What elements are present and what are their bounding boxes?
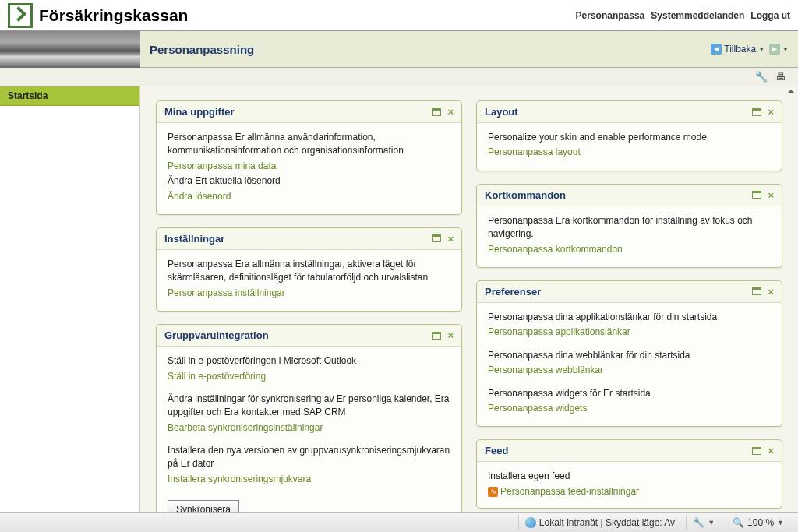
page-title: Personanpassning	[150, 43, 254, 56]
link-bearbeta-synk[interactable]: Bearbeta synkroniseringsinställningar	[168, 421, 450, 435]
status-tools[interactable]: 🔧 ▼	[686, 515, 721, 530]
close-icon[interactable]: ×	[768, 190, 774, 200]
forward-button[interactable]: ► ▼	[769, 44, 789, 55]
header-strip: Personanpassning ◄ Tillbaka ▼ ► ▼	[0, 31, 798, 68]
panel-title: Mina uppgifter	[164, 106, 235, 118]
panel-layout: Layout × Personalize your skin and enabl…	[476, 100, 782, 171]
column-left: Mina uppgifter × Personanpassa Er allmän…	[156, 100, 462, 504]
panel-desc: Personalize your skin and enable perform…	[488, 131, 771, 144]
globe-icon	[525, 517, 536, 528]
panel-desc: Personanpassa Era allmänna inställningar…	[168, 258, 450, 285]
close-icon[interactable]: ×	[768, 446, 774, 456]
arrow-left-icon: ◄	[711, 44, 722, 55]
main-area: Startsida Mina uppgifter × Personanpassa…	[0, 86, 798, 512]
site-logo[interactable]: Försäkringskassan	[8, 3, 188, 28]
minimize-icon[interactable]	[752, 447, 761, 455]
link-personanpassa-feed[interactable]: Personanpassa feed-inställningar	[500, 486, 639, 497]
topbar: Försäkringskassan Personanpassa Systemme…	[0, 0, 798, 31]
minimize-icon[interactable]	[432, 108, 441, 116]
minimize-icon[interactable]	[752, 191, 761, 199]
status-zoom[interactable]: 🔍 100 % ▼	[726, 515, 790, 530]
chevron-down-icon: ▼	[777, 519, 784, 527]
site-name: Försäkringskassan	[39, 6, 188, 25]
close-icon[interactable]: ×	[447, 107, 454, 117]
panel-desc: Personanpassa Er allmänna användarinform…	[168, 131, 450, 158]
chevron-down-icon: ▼	[708, 519, 715, 527]
print-icon[interactable]: 🖶	[775, 71, 786, 83]
toplink-system-messages[interactable]: Systemmeddelanden	[651, 10, 744, 21]
panel-preferenser: Preferenser × Personanpassa dina applika…	[476, 280, 782, 427]
panel-installningar: Inställningar × Personanpassa Era allmän…	[156, 227, 462, 312]
panel-desc: Personanpassa widgets för Er startsida	[488, 387, 771, 400]
panel-desc: Personanpassa dina applikationslänkar fö…	[488, 311, 771, 324]
panel-title: Feed	[485, 445, 508, 456]
back-label: Tillbaka	[724, 44, 756, 55]
link-personanpassa-widgets[interactable]: Personanpassa widgets	[488, 402, 771, 415]
status-zone-text: Lokalt intranät | Skyddat läge: Av	[539, 517, 675, 528]
wrench-icon: 🔧	[693, 517, 704, 528]
link-personanpassa-mina-data[interactable]: Personanpassa mina data	[168, 160, 450, 173]
top-links: Personanpassa Systemmeddelanden Logga ut	[576, 10, 790, 21]
content-area: Mina uppgifter × Personanpassa Er allmän…	[140, 86, 798, 512]
close-icon[interactable]: ×	[447, 234, 454, 244]
panel-desc: Installera den nya versionen av gruppvar…	[168, 444, 450, 471]
panel-title: Layout	[485, 106, 518, 118]
panel-title: Gruppvaruintegration	[164, 329, 269, 341]
synchronize-button[interactable]: Synkronisera	[168, 500, 239, 512]
minimize-icon[interactable]	[752, 108, 761, 116]
close-icon[interactable]: ×	[768, 107, 774, 117]
close-icon[interactable]: ×	[768, 287, 774, 297]
minimize-icon[interactable]	[752, 287, 761, 295]
status-bar: Lokalt intranät | Skyddat läge: Av 🔧 ▼ 🔍…	[0, 512, 798, 532]
back-button[interactable]: ◄ Tillbaka ▼	[711, 44, 764, 55]
panel-gruppvaruintegration: Gruppvaruintegration × Ställ in e-postöv…	[156, 324, 462, 512]
link-personanpassa-webblankar[interactable]: Personanpassa webblänkar	[488, 364, 771, 377]
link-installera-synk[interactable]: Installera synkroniseringsmjukvara	[168, 473, 450, 486]
sidebar: Startsida	[0, 86, 140, 512]
settings-icon[interactable]: 🔧	[755, 71, 768, 83]
chevron-down-icon: ▼	[782, 46, 789, 53]
panel-mina-uppgifter: Mina uppgifter × Personanpassa Er allmän…	[156, 100, 462, 215]
status-zone: Lokalt intranät | Skyddat läge: Av	[518, 515, 681, 530]
panel-desc: Installera egen feed	[488, 470, 771, 483]
toolbar-row: 🔧 🖶	[0, 68, 798, 86]
zoom-icon: 🔍	[733, 517, 744, 528]
link-personanpassa-kortkommandon[interactable]: Personanpassa kortkommandon	[488, 243, 771, 256]
panel-desc: Ändra inställningar för synkronisering a…	[168, 393, 450, 420]
link-personanpassa-layout[interactable]: Personanpassa layout	[488, 146, 771, 159]
panel-feed: Feed × Installera egen feed ∿Personanpas…	[476, 439, 782, 509]
logo-icon	[8, 3, 33, 28]
zoom-value: 100 %	[747, 517, 774, 528]
panel-kortkommandon: Kortkommandon × Personanpassa Era kortko…	[476, 184, 782, 268]
chevron-down-icon: ▼	[758, 46, 764, 53]
link-stall-in-epost[interactable]: Ställ in e-postöverföring	[168, 370, 450, 383]
close-icon[interactable]: ×	[447, 330, 454, 340]
panel-title: Preferenser	[485, 286, 541, 298]
link-personanpassa-applikationslankar[interactable]: Personanpassa applikationslänkar	[488, 326, 771, 339]
toplink-personalize[interactable]: Personanpassa	[576, 10, 645, 21]
toplink-logout[interactable]: Logga ut	[750, 10, 790, 21]
scroll-up-icon[interactable]	[787, 90, 795, 93]
panel-desc: Personanpassa Era kortkommandon för inst…	[488, 214, 771, 241]
header-nav: ◄ Tillbaka ▼ ► ▼	[711, 44, 789, 55]
panel-title: Inställningar	[164, 233, 224, 245]
panel-title: Kortkommandon	[485, 189, 566, 201]
minimize-icon[interactable]	[432, 332, 441, 340]
link-personanpassa-installningar[interactable]: Personanpassa inställningar	[168, 287, 450, 300]
sidebar-item-startsida[interactable]: Startsida	[0, 86, 139, 106]
minimize-icon[interactable]	[432, 234, 441, 242]
rss-icon: ∿	[488, 487, 498, 497]
panel-desc: Ställ in e-postöverföringen i Microsoft …	[168, 354, 450, 368]
column-right: Layout × Personalize your skin and enabl…	[476, 100, 782, 504]
link-andra-losenord[interactable]: Ändra lösenord	[168, 190, 450, 203]
arrow-right-icon: ►	[769, 44, 780, 55]
banner-image	[0, 31, 140, 68]
panel-desc: Ändra Ert aktuella lösenord	[168, 174, 450, 188]
panel-desc: Personanpassa dina webblänkar för din st…	[488, 349, 771, 362]
